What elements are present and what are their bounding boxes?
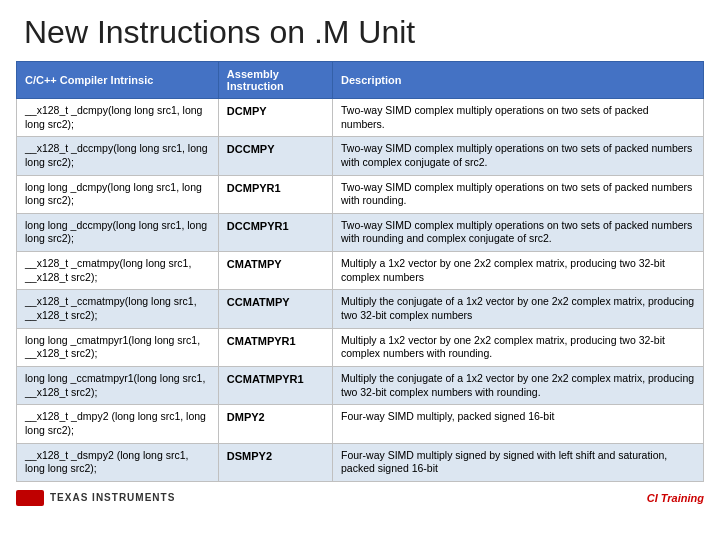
cell-asm: CCMATMPYR1 [218, 366, 332, 404]
cell-asm: DCCMPY [218, 137, 332, 175]
cell-intrinsic: __x128_t _dcmpy(long long src1, long lon… [17, 99, 219, 137]
ti-logo-text: Texas Instruments [50, 492, 175, 503]
instructions-table: C/C++ Compiler Intrinsic Assembly Instru… [16, 61, 704, 482]
cell-intrinsic: long long _dcmpy(long long src1, long lo… [17, 175, 219, 213]
cell-intrinsic: __x128_t _dsmpy2 (long long src1, long l… [17, 443, 219, 481]
cell-desc: Four-way SIMD multiply signed by signed … [333, 443, 704, 481]
cell-intrinsic: __x128_t _dmpy2 (long long src1, long lo… [17, 405, 219, 443]
table-header-row: C/C++ Compiler Intrinsic Assembly Instru… [17, 62, 704, 99]
cell-desc: Two-way SIMD complex multiply operations… [333, 137, 704, 175]
table-row: __x128_t _dsmpy2 (long long src1, long l… [17, 443, 704, 481]
cell-asm: DMPY2 [218, 405, 332, 443]
cell-asm: DCMPY [218, 99, 332, 137]
col-header-asm: Assembly Instruction [218, 62, 332, 99]
cell-intrinsic: __x128_t _ccmatmpy(long long src1, __x12… [17, 290, 219, 328]
table-row: __x128_t _dmpy2 (long long src1, long lo… [17, 405, 704, 443]
cell-asm: DSMPY2 [218, 443, 332, 481]
cell-desc: Multiply the conjugate of a 1x2 vector b… [333, 290, 704, 328]
cell-desc: Two-way SIMD complex multiply operations… [333, 213, 704, 251]
cell-asm: CCMATMPY [218, 290, 332, 328]
page-title: New Instructions on .M Unit [0, 0, 720, 61]
cell-intrinsic: __x128_t _dccmpy(long long src1, long lo… [17, 137, 219, 175]
cell-desc: Multiply a 1x2 vector by one 2x2 complex… [333, 328, 704, 366]
cell-intrinsic: long long _cmatmpyr1(long long src1, __x… [17, 328, 219, 366]
cell-desc: Four-way SIMD multiply, packed signed 16… [333, 405, 704, 443]
cell-desc: Multiply the conjugate of a 1x2 vector b… [333, 366, 704, 404]
cell-desc: Two-way SIMD complex multiply operations… [333, 99, 704, 137]
table-row: __x128_t _ccmatmpy(long long src1, __x12… [17, 290, 704, 328]
table-row: long long _ccmatmpyr1(long long src1, __… [17, 366, 704, 404]
cell-intrinsic: long long _dccmpy(long long src1, long l… [17, 213, 219, 251]
ci-training-label: CI Training [647, 492, 704, 504]
cell-desc: Two-way SIMD complex multiply operations… [333, 175, 704, 213]
cell-intrinsic: long long _ccmatmpyr1(long long src1, __… [17, 366, 219, 404]
ti-logo: Texas Instruments [16, 490, 175, 506]
table-row: long long _cmatmpyr1(long long src1, __x… [17, 328, 704, 366]
col-header-intrinsic: C/C++ Compiler Intrinsic [17, 62, 219, 99]
cell-asm: CMATMPY [218, 252, 332, 290]
ti-logo-icon [16, 490, 44, 506]
table-row: __x128_t _dcmpy(long long src1, long lon… [17, 99, 704, 137]
table-row: __x128_t _dccmpy(long long src1, long lo… [17, 137, 704, 175]
footer: Texas Instruments CI Training [0, 484, 720, 510]
table-row: __x128_t _cmatmpy(long long src1, __x128… [17, 252, 704, 290]
cell-intrinsic: __x128_t _cmatmpy(long long src1, __x128… [17, 252, 219, 290]
col-header-desc: Description [333, 62, 704, 99]
cell-desc: Multiply a 1x2 vector by one 2x2 complex… [333, 252, 704, 290]
cell-asm: CMATMPYR1 [218, 328, 332, 366]
table-wrapper: C/C++ Compiler Intrinsic Assembly Instru… [0, 61, 720, 482]
table-row: long long _dccmpy(long long src1, long l… [17, 213, 704, 251]
cell-asm: DCMPYR1 [218, 175, 332, 213]
cell-asm: DCCMPYR1 [218, 213, 332, 251]
table-row: long long _dcmpy(long long src1, long lo… [17, 175, 704, 213]
